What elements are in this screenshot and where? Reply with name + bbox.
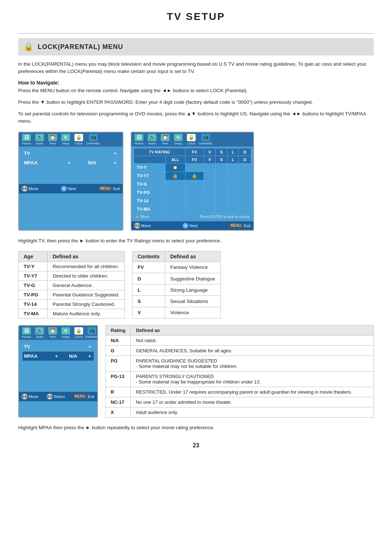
- tvy7-v: [204, 172, 216, 180]
- mpaa-table-row: R RESTRICTED, Under 17 requires accompan…: [106, 387, 374, 397]
- nav2-setup: ⚙ Setup: [173, 134, 184, 145]
- next-circle-icon: ⊙: [61, 186, 67, 192]
- mpaa-rating-value: X: [106, 407, 131, 417]
- menu1-body: TV ► MPAA ◄ N/A ►: [19, 147, 123, 184]
- age-col-header: Age: [19, 251, 48, 262]
- mpaa-table-row: X Adult audience only.: [106, 407, 374, 417]
- age-value: TV-Y7: [19, 271, 48, 280]
- nav-lock: 🔒 LOCK: [73, 134, 84, 145]
- menu3-footer: ⊙⊙ Move ⊙⊙ Select MENU Exit: [19, 392, 97, 401]
- tvy7-row: TV-Y7 🔒 🔒: [134, 172, 251, 180]
- time2-icon: ⏰: [161, 134, 170, 141]
- menu3-right-arrow: ►: [88, 354, 92, 358]
- menu3-nav: 🖼 Picture 🔊 Audio ⏰ Time ⚙ Setup 🔒 LOCK …: [19, 326, 97, 340]
- block-label: 🔒 Block: [135, 215, 149, 219]
- nav2-lock: 🔒 LOCK: [186, 134, 197, 145]
- nav3-audio: 🔊 Audio: [34, 327, 45, 338]
- nav2-time-label: Time: [162, 142, 168, 145]
- mpaa-def-value: Not rated.: [131, 335, 374, 345]
- menu3-left-arrow: ◄: [54, 354, 58, 358]
- tvg-row: TV-G: [134, 180, 251, 188]
- col-l: L: [227, 148, 239, 156]
- nav-picture-label: Picture: [22, 142, 31, 145]
- tvy-l: [227, 163, 239, 172]
- menu3-mpaa-label: MPAA: [24, 353, 54, 359]
- channel-icon: 📺: [89, 134, 98, 141]
- nav-time-label: Time: [49, 142, 56, 145]
- nav2-audio: 🔊 Audio: [147, 134, 158, 145]
- channel2-icon: 📺: [201, 134, 210, 141]
- age-def-value: Recommended for all children.: [48, 262, 125, 271]
- menu2-move-label: Move: [141, 223, 151, 228]
- nav3-picture: 🖼 Picture: [21, 327, 32, 338]
- tvy-v: [204, 163, 216, 172]
- menu3-tv-arrow: ►: [88, 344, 92, 349]
- nav-text2: Press the ▼ button to highlight ENTER PA…: [18, 99, 374, 106]
- mpaa-table-row: PG-13 PARENTS STRONGLY CAUTIONED - Some …: [106, 371, 374, 387]
- menu3-exit-label: Exit: [88, 394, 94, 399]
- content-def-value: Suggestive Dialogue: [165, 273, 220, 284]
- content-value: V: [132, 307, 165, 318]
- col-d2: D: [239, 156, 251, 163]
- col-s: S: [216, 148, 228, 156]
- menu1-exit-label: Exit: [113, 186, 120, 191]
- tvma-label: TV-MA: [134, 205, 166, 213]
- tvpg-label: TV-PG: [134, 188, 166, 197]
- time-icon: ⏰: [48, 134, 57, 141]
- tvma-row: TV-MA: [134, 205, 251, 213]
- age-contents-section: Age Defined as TV-Y Recommended for all …: [18, 251, 374, 319]
- menu2-menu-label: MENU: [229, 223, 242, 228]
- highlight-text-1: Highlight TV, then press the ► button to…: [18, 237, 374, 245]
- age-value: TV-MA: [19, 309, 48, 318]
- age-table-row: TV-PG Parental Guidance Suggested.: [19, 290, 125, 299]
- setup2-icon: ⚙: [174, 134, 183, 141]
- tvy7-l: [227, 172, 239, 180]
- content-value: S: [132, 296, 165, 307]
- tv-rating-heading: TV RATING: [134, 148, 185, 156]
- content-value: FV: [132, 262, 165, 273]
- nav-picture: 🖼 Picture: [21, 134, 32, 145]
- nav-lock-label: LOCK: [75, 142, 83, 145]
- tvy7-d: [239, 172, 251, 180]
- content-value: D: [132, 273, 165, 284]
- mpaa-rating-col-header: Rating: [106, 325, 131, 335]
- menu1-mpaa-value: N/A: [71, 160, 114, 165]
- page-title: TV SETUP: [18, 11, 374, 26]
- menu3-mpaa-value: N/A: [58, 353, 88, 359]
- menu1-tv-label: TV: [24, 151, 114, 156]
- age-value: TV-Y: [19, 262, 48, 271]
- age-table-row: TV-G General Audience.: [19, 280, 125, 290]
- menu2-footer: ⊙⊙ Move ⊙ Next MENU Exit: [131, 221, 253, 230]
- nav3-audio-label: Audio: [36, 335, 43, 338]
- menu1-exit-btn: MENU Exit: [98, 186, 120, 191]
- menu3-tv-row: TV ►: [23, 342, 94, 352]
- pic2-icon: 🖼: [135, 134, 143, 141]
- menu3-move-label: Move: [29, 394, 38, 399]
- tvpg-row: TV-PG: [134, 188, 251, 197]
- contents-table-row: V Violence: [132, 307, 220, 318]
- tvy-all: 🔲: [165, 163, 185, 172]
- menu1-left-arrow: ◄: [67, 160, 71, 165]
- menu1-right-arrow: ►: [114, 160, 118, 165]
- tv-menu-1: 🖼 Picture 🔊 Audio ⏰ Time ⚙ Setup 🔒 LOCK …: [18, 132, 123, 231]
- contents-table-row: FV Fantasy Violence: [132, 262, 220, 273]
- nav3-time-label: Time: [49, 335, 56, 338]
- menu1-move-label: Move: [29, 186, 38, 191]
- content-value: L: [132, 284, 165, 296]
- mpaa-rating-value: PG-13: [106, 371, 131, 387]
- nav2-picture-label: Picture: [135, 142, 144, 145]
- nav3-setup-label: Setup: [62, 335, 70, 338]
- mpaa-table-row: N/A Not rated.: [106, 335, 374, 345]
- time3-icon: ⏰: [48, 327, 57, 335]
- nav3-channel-label: CHANNEL: [85, 335, 98, 338]
- nav2-channel: 📺 CHANNEL: [199, 134, 213, 145]
- mpaa-section: 🖼 Picture 🔊 Audio ⏰ Time ⚙ Setup 🔒 LOCK …: [18, 325, 374, 418]
- age-def-value: Directed to older children.: [48, 271, 125, 280]
- mpaa-def-value: GENERAL AUDIENCES, Suitable for all ages…: [131, 345, 374, 356]
- contents-table: Contents Defined as FV Fantasy ViolenceD…: [132, 251, 221, 319]
- move2-icon: ⊙⊙: [134, 223, 140, 229]
- age-def-value: Parental Strongly Cautioned.: [48, 299, 125, 309]
- mpaa-def-value: No one 17 or under admitted in movie the…: [131, 397, 374, 407]
- rating-footer-note: 🔒 Block Press ENTER to lock or unlock: [134, 214, 251, 220]
- contents-col-header: Contents: [132, 251, 165, 262]
